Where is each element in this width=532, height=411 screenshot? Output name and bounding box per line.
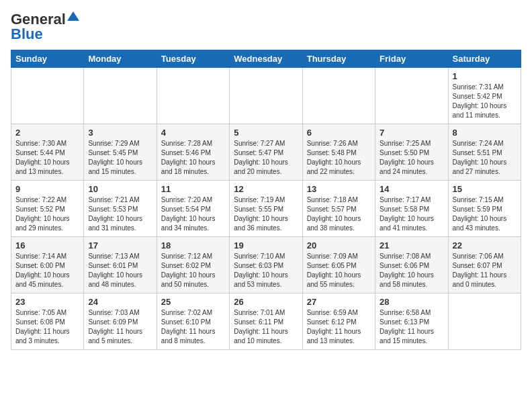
day-number: 3	[88, 128, 152, 138]
calendar-day-cell: 7Sunrise: 7:25 AM Sunset: 5:50 PM Daylig…	[375, 124, 448, 181]
day-info: Sunrise: 7:13 AM Sunset: 6:01 PM Dayligh…	[88, 252, 152, 289]
day-number: 13	[307, 184, 371, 194]
day-info: Sunrise: 7:15 AM Sunset: 5:59 PM Dayligh…	[453, 195, 517, 233]
day-number: 7	[380, 128, 443, 138]
calendar-day-cell: 21Sunrise: 7:08 AM Sunset: 6:06 PM Dayli…	[375, 237, 448, 293]
day-number: 15	[453, 184, 517, 194]
day-info: Sunrise: 7:28 AM Sunset: 5:46 PM Dayligh…	[161, 139, 225, 177]
logo: General Blue	[11, 11, 79, 43]
day-number: 10	[88, 184, 152, 194]
day-number: 24	[88, 297, 152, 307]
calendar-day-cell: 16Sunrise: 7:14 AM Sunset: 6:00 PM Dayli…	[11, 237, 84, 293]
day-number: 14	[380, 184, 443, 194]
day-info: Sunrise: 7:22 AM Sunset: 5:52 PM Dayligh…	[15, 195, 79, 233]
calendar-day-cell: 8Sunrise: 7:24 AM Sunset: 5:51 PM Daylig…	[448, 124, 521, 181]
day-info: Sunrise: 7:31 AM Sunset: 5:42 PM Dayligh…	[453, 83, 517, 120]
calendar-day-cell: 24Sunrise: 7:03 AM Sunset: 6:09 PM Dayli…	[84, 293, 157, 350]
day-info: Sunrise: 7:29 AM Sunset: 5:45 PM Dayligh…	[88, 139, 152, 177]
logo-icon	[67, 11, 79, 21]
day-info: Sunrise: 7:30 AM Sunset: 5:44 PM Dayligh…	[15, 139, 79, 177]
calendar-day-cell: 5Sunrise: 7:27 AM Sunset: 5:47 PM Daylig…	[230, 124, 302, 181]
day-info: Sunrise: 7:01 AM Sunset: 6:11 PM Dayligh…	[234, 308, 298, 346]
day-of-week-header: Tuesday	[157, 50, 229, 68]
day-info: Sunrise: 7:14 AM Sunset: 6:00 PM Dayligh…	[15, 252, 79, 289]
day-info: Sunrise: 7:09 AM Sunset: 6:05 PM Dayligh…	[307, 252, 371, 289]
calendar-day-cell: 18Sunrise: 7:12 AM Sunset: 6:02 PM Dayli…	[157, 237, 229, 293]
calendar-day-cell: 14Sunrise: 7:17 AM Sunset: 5:58 PM Dayli…	[375, 181, 448, 237]
calendar-day-cell: 27Sunrise: 6:59 AM Sunset: 6:12 PM Dayli…	[302, 293, 375, 350]
day-number: 28	[380, 297, 443, 307]
day-info: Sunrise: 7:24 AM Sunset: 5:51 PM Dayligh…	[453, 139, 517, 177]
day-number: 6	[307, 128, 371, 138]
day-info: Sunrise: 6:59 AM Sunset: 6:12 PM Dayligh…	[307, 308, 371, 346]
day-info: Sunrise: 7:12 AM Sunset: 6:02 PM Dayligh…	[161, 252, 225, 289]
calendar-day-cell: 25Sunrise: 7:02 AM Sunset: 6:10 PM Dayli…	[157, 293, 229, 350]
calendar-week-row: 1Sunrise: 7:31 AM Sunset: 5:42 PM Daylig…	[11, 68, 521, 124]
day-info: Sunrise: 7:26 AM Sunset: 5:48 PM Dayligh…	[307, 139, 371, 177]
calendar-week-row: 9Sunrise: 7:22 AM Sunset: 5:52 PM Daylig…	[11, 181, 521, 237]
calendar-day-cell: 10Sunrise: 7:21 AM Sunset: 5:53 PM Dayli…	[84, 181, 157, 237]
day-of-week-header: Sunday	[11, 50, 84, 68]
day-of-week-header: Friday	[375, 50, 448, 68]
calendar-table: SundayMondayTuesdayWednesdayThursdayFrid…	[11, 50, 521, 350]
calendar-day-cell: 1Sunrise: 7:31 AM Sunset: 5:42 PM Daylig…	[448, 68, 521, 124]
day-number: 19	[234, 240, 298, 250]
calendar-day-cell: 20Sunrise: 7:09 AM Sunset: 6:05 PM Dayli…	[302, 237, 375, 293]
day-info: Sunrise: 7:10 AM Sunset: 6:03 PM Dayligh…	[234, 252, 298, 289]
calendar-day-cell: 4Sunrise: 7:28 AM Sunset: 5:46 PM Daylig…	[157, 124, 229, 181]
day-info: Sunrise: 7:25 AM Sunset: 5:50 PM Dayligh…	[380, 139, 443, 177]
day-number: 11	[161, 184, 225, 194]
day-number: 20	[307, 240, 371, 250]
day-number: 4	[161, 128, 225, 138]
calendar-day-cell: 22Sunrise: 7:06 AM Sunset: 6:07 PM Dayli…	[448, 237, 521, 293]
calendar-week-row: 23Sunrise: 7:05 AM Sunset: 6:08 PM Dayli…	[11, 293, 521, 350]
day-info: Sunrise: 7:20 AM Sunset: 5:54 PM Dayligh…	[161, 195, 225, 233]
calendar-day-cell	[302, 68, 375, 124]
day-info: Sunrise: 7:03 AM Sunset: 6:09 PM Dayligh…	[88, 308, 152, 346]
day-info: Sunrise: 7:19 AM Sunset: 5:55 PM Dayligh…	[234, 195, 298, 233]
day-number: 5	[234, 128, 298, 138]
calendar-day-cell: 11Sunrise: 7:20 AM Sunset: 5:54 PM Dayli…	[157, 181, 229, 237]
day-number: 23	[15, 297, 79, 307]
day-info: Sunrise: 7:21 AM Sunset: 5:53 PM Dayligh…	[88, 195, 152, 233]
calendar-day-cell	[157, 68, 229, 124]
day-number: 26	[234, 297, 298, 307]
day-number: 25	[161, 297, 225, 307]
calendar-header-row: SundayMondayTuesdayWednesdayThursdayFrid…	[11, 50, 521, 68]
day-number: 2	[15, 128, 79, 138]
calendar-day-cell: 9Sunrise: 7:22 AM Sunset: 5:52 PM Daylig…	[11, 181, 84, 237]
day-of-week-header: Wednesday	[230, 50, 302, 68]
calendar-week-row: 2Sunrise: 7:30 AM Sunset: 5:44 PM Daylig…	[11, 124, 521, 181]
calendar-day-cell: 13Sunrise: 7:18 AM Sunset: 5:57 PM Dayli…	[302, 181, 375, 237]
day-number: 21	[380, 240, 443, 250]
day-number: 16	[15, 240, 79, 250]
day-info: Sunrise: 7:18 AM Sunset: 5:57 PM Dayligh…	[307, 195, 371, 233]
calendar-day-cell: 2Sunrise: 7:30 AM Sunset: 5:44 PM Daylig…	[11, 124, 84, 181]
calendar-day-cell: 6Sunrise: 7:26 AM Sunset: 5:48 PM Daylig…	[302, 124, 375, 181]
calendar-day-cell: 12Sunrise: 7:19 AM Sunset: 5:55 PM Dayli…	[230, 181, 302, 237]
calendar-day-cell: 23Sunrise: 7:05 AM Sunset: 6:08 PM Dayli…	[11, 293, 84, 350]
day-number: 18	[161, 240, 225, 250]
day-number: 22	[453, 240, 517, 250]
day-number: 9	[15, 184, 79, 194]
day-info: Sunrise: 7:17 AM Sunset: 5:58 PM Dayligh…	[380, 195, 443, 233]
calendar-day-cell	[11, 68, 84, 124]
day-info: Sunrise: 7:05 AM Sunset: 6:08 PM Dayligh…	[15, 308, 79, 346]
calendar-day-cell: 15Sunrise: 7:15 AM Sunset: 5:59 PM Dayli…	[448, 181, 521, 237]
calendar-week-row: 16Sunrise: 7:14 AM Sunset: 6:00 PM Dayli…	[11, 237, 521, 293]
day-info: Sunrise: 7:08 AM Sunset: 6:06 PM Dayligh…	[380, 252, 443, 289]
day-number: 27	[307, 297, 371, 307]
calendar-day-cell	[375, 68, 448, 124]
calendar-day-cell	[448, 293, 521, 350]
day-info: Sunrise: 7:02 AM Sunset: 6:10 PM Dayligh…	[161, 308, 225, 346]
day-of-week-header: Monday	[84, 50, 157, 68]
svg-marker-0	[67, 11, 79, 21]
page-header: General Blue	[11, 11, 521, 43]
calendar-day-cell	[84, 68, 157, 124]
day-number: 17	[88, 240, 152, 250]
calendar-day-cell: 19Sunrise: 7:10 AM Sunset: 6:03 PM Dayli…	[230, 237, 302, 293]
day-of-week-header: Saturday	[448, 50, 521, 68]
day-info: Sunrise: 6:58 AM Sunset: 6:13 PM Dayligh…	[380, 308, 443, 346]
calendar-day-cell: 26Sunrise: 7:01 AM Sunset: 6:11 PM Dayli…	[230, 293, 302, 350]
calendar-day-cell: 28Sunrise: 6:58 AM Sunset: 6:13 PM Dayli…	[375, 293, 448, 350]
